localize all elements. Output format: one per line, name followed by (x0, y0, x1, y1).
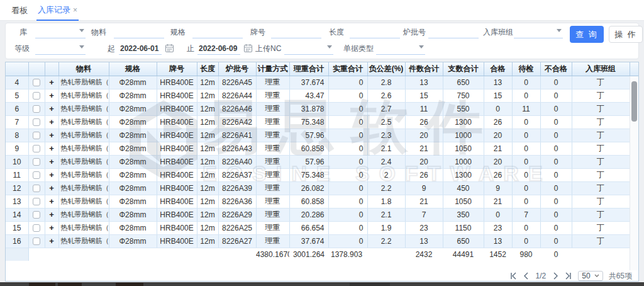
expand-icon[interactable]: + (49, 197, 54, 206)
tab-close-icon[interactable]: × (73, 6, 77, 14)
cell-bars: 1050 (443, 195, 484, 208)
date-from-input[interactable]: 2022-06-01 (119, 42, 162, 55)
row-checkbox[interactable] (33, 237, 40, 245)
page-first-icon[interactable] (509, 272, 517, 280)
total-pieces: 2432 (405, 248, 443, 261)
column-header[interactable]: 炉批号 (218, 62, 256, 76)
row-checkbox[interactable] (33, 145, 40, 152)
doc-type-select[interactable] (376, 42, 425, 55)
cell-tolerance: 2.1 (367, 208, 405, 221)
inbound-team-select[interactable] (514, 26, 563, 38)
column-header[interactable]: 牌号 (157, 62, 197, 76)
scrollbar-thumb[interactable] (631, 81, 637, 122)
cell-theory: 57.96 (289, 155, 328, 168)
upload-nc-select[interactable] (284, 42, 333, 55)
total-qualified: 1452 (484, 248, 512, 261)
expand-icon[interactable]: + (49, 236, 54, 246)
cell-bars: 1300 (443, 168, 484, 181)
row-checkbox[interactable] (33, 79, 40, 86)
cell-tolerance: 2.4 (367, 155, 405, 168)
page-size-select[interactable]: 50 (578, 271, 602, 281)
row-number: 6 (6, 102, 28, 115)
table-row: 9+热轧带肋钢筋（抗震）Φ28mmHRB400E12m8226A43理重60.8… (6, 142, 630, 155)
column-header[interactable]: 不合格 (540, 62, 572, 76)
column-header[interactable]: 规格 (109, 62, 157, 76)
column-header[interactable]: 合格 (484, 62, 512, 76)
cell-material: 热轧带肋钢筋（抗震） (58, 221, 109, 234)
material-input[interactable] (114, 26, 164, 38)
warehouse-select[interactable] (35, 26, 86, 38)
expand-icon[interactable]: + (49, 170, 54, 180)
batch-no-input[interactable] (428, 26, 479, 38)
row-checkbox[interactable] (33, 171, 40, 179)
cell-qualified: 21 (484, 195, 512, 208)
cell-material: 热轧带肋钢筋（抗震） (58, 129, 109, 142)
expand-icon[interactable]: + (49, 104, 54, 113)
cell-pending: 0 (512, 221, 540, 234)
column-header[interactable]: 负公差(%) (367, 62, 405, 76)
tab-inbound-records[interactable]: 入库记录 × (36, 0, 79, 21)
expand-icon[interactable]: + (49, 77, 54, 87)
row-number: 14 (6, 208, 28, 221)
grade-level-select[interactable] (35, 42, 86, 55)
date-from-label: 起 (108, 42, 115, 55)
grade-level-label: 等级 (14, 42, 30, 55)
cell-qualified: 13 (484, 76, 512, 89)
expand-icon[interactable]: + (49, 91, 54, 100)
expand-icon[interactable]: + (49, 117, 54, 127)
grade-input[interactable] (271, 26, 321, 38)
vertical-scrollbar[interactable] (630, 76, 638, 270)
inbound-team-label: 入库班组 (483, 26, 513, 38)
column-header[interactable]: 入库班组 (572, 62, 630, 76)
cell-pieces: 21 (405, 142, 443, 155)
chevron-down-icon (419, 45, 424, 49)
column-header[interactable]: 理重合计 (289, 62, 328, 76)
row-checkbox[interactable] (33, 198, 40, 205)
cell-pending: 0 (512, 89, 540, 102)
row-checkbox[interactable] (33, 158, 40, 166)
cell-method: 理重 (256, 115, 289, 129)
cell-method: 理重 (256, 181, 289, 195)
cell-pending: 0 (512, 155, 540, 168)
length-input[interactable] (350, 26, 400, 38)
column-header[interactable]: 件数合计 (405, 62, 443, 76)
cell-grade: HRB400E (157, 234, 197, 248)
tab-dashboard[interactable]: 看板 (11, 0, 28, 21)
row-checkbox[interactable] (33, 132, 40, 139)
row-checkbox[interactable] (33, 92, 40, 100)
page-prev-icon[interactable] (523, 272, 530, 280)
cell-batch: 8226A27 (218, 234, 256, 248)
cell-batch: 8226A45 (218, 76, 256, 89)
operate-button[interactable]: 操 作 (609, 26, 643, 43)
table-row: 10+热轧带肋钢筋（抗震）Φ28mmHRB400E12m8226A40理重57.… (6, 155, 630, 168)
cell-material: 热轧带肋钢筋（抗震） (58, 76, 109, 89)
query-button[interactable]: 查 询 (570, 26, 604, 43)
row-checkbox[interactable] (33, 224, 40, 232)
date-to-input[interactable]: 2022-06-09 (197, 42, 240, 55)
row-checkbox[interactable] (33, 185, 40, 192)
column-header[interactable]: 待检 (512, 62, 540, 76)
column-header[interactable]: 长度 (197, 62, 218, 76)
expand-icon[interactable]: + (49, 210, 54, 219)
column-header[interactable]: 计量方式 (256, 62, 289, 76)
upload-nc-label: 上传NC (255, 42, 281, 55)
cell-spec: Φ28mm (109, 142, 157, 155)
row-checkbox[interactable] (33, 105, 40, 113)
page-next-icon[interactable] (552, 272, 559, 280)
expand-icon[interactable]: + (49, 183, 54, 193)
expand-icon[interactable]: + (49, 130, 54, 140)
page-last-icon[interactable] (565, 272, 572, 280)
calendar-icon[interactable] (165, 43, 174, 53)
calendar-icon[interactable] (243, 43, 253, 53)
column-header[interactable]: 物料 (58, 62, 109, 76)
spec-input[interactable] (192, 26, 243, 38)
row-checkbox[interactable] (33, 118, 40, 126)
column-header[interactable]: 支数合计 (443, 62, 484, 76)
expand-icon[interactable]: + (49, 144, 54, 153)
column-header[interactable]: 实重合计 (328, 62, 367, 76)
expand-icon[interactable]: + (49, 157, 54, 166)
tab-dashboard-label: 看板 (11, 5, 28, 16)
expand-icon[interactable]: + (49, 223, 54, 232)
row-checkbox[interactable] (33, 211, 40, 219)
cell-spec: Φ28mm (109, 221, 157, 234)
